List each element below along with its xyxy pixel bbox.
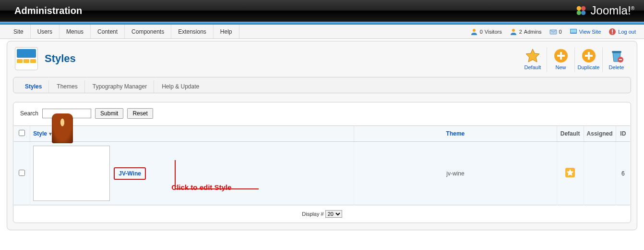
duplicate-button[interactable]: Duplicate xyxy=(574,47,602,72)
logout-link[interactable]: Log out xyxy=(606,28,638,36)
col-assigned[interactable]: Assigned xyxy=(584,126,616,142)
search-row: Search Submit Reset xyxy=(13,108,631,125)
menu-site[interactable]: Site xyxy=(7,25,31,38)
select-all-checkbox[interactable] xyxy=(19,130,25,136)
tab-themes[interactable]: Themes xyxy=(50,80,84,93)
default-star-icon[interactable] xyxy=(565,167,575,178)
svg-point-5 xyxy=(512,29,515,32)
joomla-icon xyxy=(574,4,588,17)
reset-button[interactable]: Reset xyxy=(127,108,153,119)
main-menu: Site Users Menus Content Components Exte… xyxy=(0,25,239,38)
style-cell: JV-Wine Click to edit Style xyxy=(33,146,351,201)
styles-table: Style▼ Theme Default Assigned ID JV-Wi xyxy=(14,125,630,205)
duplicate-label: Duplicate xyxy=(578,64,600,70)
table-header-row: Style▼ Theme Default Assigned ID xyxy=(14,126,630,142)
view-site-link[interactable]: View Site xyxy=(567,28,604,36)
monitor-icon xyxy=(570,28,577,36)
row-checkbox[interactable] xyxy=(19,170,25,176)
style-name-link[interactable]: JV-Wine xyxy=(114,167,146,180)
user-icon xyxy=(470,28,478,36)
messages-count: 0 xyxy=(559,29,562,35)
joomla-logo: Joomla!® xyxy=(574,4,634,17)
page-title: Styles xyxy=(45,52,76,65)
template-icon xyxy=(15,47,38,70)
tab-typography[interactable]: Typography Manager xyxy=(86,80,154,93)
main-panel: Styles Default New Duplicate Delete xyxy=(7,41,637,230)
visitors-status: 0 Visitors xyxy=(468,28,504,36)
delete-button[interactable]: Delete xyxy=(602,47,630,72)
menu-components[interactable]: Components xyxy=(125,25,171,38)
theme-name: jv-wine xyxy=(446,170,464,177)
plus-icon xyxy=(553,48,569,63)
status-bar: 0 Visitors 2 Admins 0 View Site Log out xyxy=(468,25,644,38)
admin-icon xyxy=(510,28,517,36)
logout-icon xyxy=(608,28,616,36)
svg-point-2 xyxy=(576,11,581,15)
duplicate-icon xyxy=(581,48,596,63)
id-cell: 6 xyxy=(616,142,630,205)
menu-help[interactable]: Help xyxy=(214,25,239,38)
col-style-label: Style xyxy=(33,130,47,137)
default-label: Default xyxy=(525,64,541,70)
svg-point-3 xyxy=(581,11,585,15)
col-theme[interactable]: Theme xyxy=(354,126,557,142)
tab-styles[interactable]: Styles xyxy=(18,80,49,93)
annotation-text: Click to edit Style xyxy=(171,183,231,191)
panel-header: Styles Default New Duplicate Delete xyxy=(7,41,637,74)
new-button[interactable]: New xyxy=(547,47,574,72)
svg-point-4 xyxy=(473,29,476,32)
delete-label: Delete xyxy=(609,64,624,70)
col-id[interactable]: ID xyxy=(616,126,630,142)
admins-label: Admins xyxy=(524,29,542,35)
new-label: New xyxy=(555,64,566,70)
search-label: Search xyxy=(20,110,38,117)
pagination-row: Display # 20 xyxy=(13,205,631,219)
tab-help-update[interactable]: Help & Update xyxy=(155,80,206,93)
menu-bar: Site Users Menus Content Components Exte… xyxy=(0,25,644,39)
svg-point-1 xyxy=(581,6,585,11)
view-site-label: View Site xyxy=(579,29,601,35)
mail-icon xyxy=(549,28,557,36)
template-thumbnail[interactable] xyxy=(33,146,110,201)
visitors-label: Visitors xyxy=(485,29,502,35)
trash-icon xyxy=(609,48,624,63)
col-style[interactable]: Style▼ xyxy=(30,126,354,142)
col-default[interactable]: Default xyxy=(557,126,584,142)
table-row: JV-Wine Click to edit Style jv-wine xyxy=(14,142,630,205)
admins-status: 2 Admins xyxy=(507,28,544,36)
star-icon xyxy=(525,48,540,63)
display-select[interactable]: 20 xyxy=(325,210,342,218)
svg-point-0 xyxy=(576,6,581,11)
content-box: Search Submit Reset Style▼ Theme Default… xyxy=(13,102,631,223)
panel-title-wrap: Styles xyxy=(13,44,76,73)
admin-title: Administration xyxy=(14,5,82,16)
svg-rect-14 xyxy=(612,51,621,53)
admins-count: 2 xyxy=(519,29,522,35)
svg-point-11 xyxy=(612,33,613,34)
visitors-count: 0 xyxy=(480,29,483,35)
menu-content[interactable]: Content xyxy=(91,25,125,38)
toolbar: Default New Duplicate Delete xyxy=(519,45,631,72)
messages-status[interactable]: 0 xyxy=(547,28,564,36)
display-label: Display # xyxy=(302,211,323,217)
svg-rect-8 xyxy=(571,29,576,33)
admin-header: Administration Joomla!® xyxy=(0,0,644,22)
svg-rect-10 xyxy=(612,29,613,33)
default-button[interactable]: Default xyxy=(519,47,547,72)
col-check xyxy=(14,126,30,142)
logout-label: Log out xyxy=(618,29,636,35)
menu-extensions[interactable]: Extensions xyxy=(171,25,214,38)
submit-button[interactable]: Submit xyxy=(95,108,123,119)
menu-users[interactable]: Users xyxy=(31,25,60,38)
assigned-cell xyxy=(584,142,616,205)
logo-text: Joomla!® xyxy=(591,4,634,17)
subtabs: Styles Themes Typography Manager Help & … xyxy=(13,77,631,93)
menu-menus[interactable]: Menus xyxy=(60,25,91,38)
